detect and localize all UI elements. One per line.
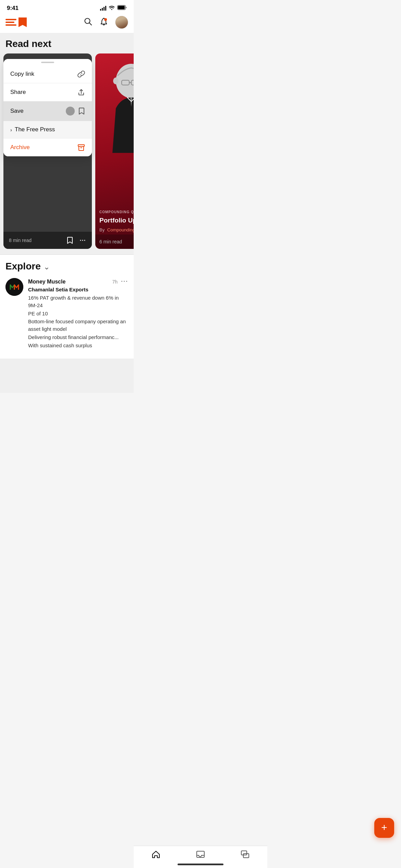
svg-rect-1 xyxy=(118,6,125,9)
bookmark-icon xyxy=(78,107,85,115)
card-right-readtime: 6 min read xyxy=(99,239,122,244)
copy-link-label: Copy link xyxy=(10,71,34,77)
article-item[interactable]: Money Muscle 7h ··· Chamanlal Setia Expo… xyxy=(5,277,128,353)
money-muscle-avatar xyxy=(5,278,23,296)
svg-point-14 xyxy=(113,77,119,84)
app-logo[interactable] xyxy=(5,17,27,27)
card-right-tag: COMPOUNDING QU... xyxy=(99,210,134,214)
signal-icon xyxy=(100,6,106,11)
save-item[interactable]: Save xyxy=(3,101,92,121)
main-scroll: Read next Copy link xyxy=(0,33,134,393)
article-bullets: 16% PAT growth & revenue down 6% in 9M-2… xyxy=(28,294,128,349)
card-bottom-bar: 8 min read xyxy=(3,232,92,249)
search-icon[interactable] xyxy=(84,17,93,27)
svg-point-4 xyxy=(104,18,107,21)
card-right-bottom: 6 min read xyxy=(95,234,134,249)
card-bookmark-icon[interactable] xyxy=(66,237,73,244)
svg-point-7 xyxy=(80,240,81,241)
explore-header: Explore ⌄ xyxy=(5,255,128,277)
notification-icon[interactable] xyxy=(99,17,108,27)
card-right-by: By xyxy=(99,227,105,232)
archive-label: Archive xyxy=(10,144,30,151)
status-icons xyxy=(100,5,127,11)
copy-link-item[interactable]: Copy link xyxy=(3,65,92,83)
share-item[interactable]: Share xyxy=(3,83,92,101)
publisher-item[interactable]: › The Free Press xyxy=(3,121,92,138)
article-bullet-4: Delivering robust financial performanc..… xyxy=(28,334,128,341)
archive-item[interactable]: Archive xyxy=(3,138,92,156)
explore-title: Explore xyxy=(5,261,41,272)
card-right-author: Compounding... xyxy=(107,227,134,232)
article-bullet-1: 16% PAT growth & revenue down 6% in 9M-2… xyxy=(28,294,128,309)
toggle-dot xyxy=(66,107,75,116)
article-bullet-5: With sustained cash surplus xyxy=(28,342,128,349)
status-time: 9:41 xyxy=(7,5,19,12)
card-left: Copy link Share xyxy=(3,53,92,249)
battery-icon xyxy=(117,5,127,11)
share-icon xyxy=(77,88,85,96)
article-meta-row: Money Muscle 7h ··· xyxy=(28,278,128,285)
article-body: Money Muscle 7h ··· Chamanlal Setia Expo… xyxy=(28,278,128,349)
avatar[interactable] xyxy=(115,16,128,29)
app-header xyxy=(0,14,134,33)
card-read-time: 8 min read xyxy=(9,238,32,243)
article-subtitle: Chamanlal Setia Exports xyxy=(28,287,128,292)
card-right[interactable]: COMPOUNDING QU... Portfolio Updat... By … xyxy=(95,53,134,249)
more-menu-icon[interactable]: ··· xyxy=(121,278,128,285)
read-next-section: Read next Copy link xyxy=(0,33,134,254)
svg-rect-5 xyxy=(78,145,84,146)
explore-section: Explore ⌄ Money Muscle 7h xyxy=(0,255,134,359)
share-label: Share xyxy=(10,89,26,96)
cards-row: Copy link Share xyxy=(0,53,134,254)
svg-point-9 xyxy=(84,240,85,241)
article-time: 7h xyxy=(112,279,118,285)
card-right-title: Portfolio Updat... xyxy=(99,217,134,225)
card-right-byline: By Compounding... xyxy=(99,227,134,232)
publisher-label: The Free Press xyxy=(15,126,55,133)
read-next-title: Read next xyxy=(5,38,128,49)
svg-line-3 xyxy=(89,23,92,25)
svg-point-8 xyxy=(82,240,83,241)
article-publisher: Money Muscle xyxy=(28,279,65,285)
status-bar: 9:41 xyxy=(0,0,134,14)
archive-icon xyxy=(77,144,85,151)
save-label: Save xyxy=(10,108,24,114)
chevron-down-icon[interactable]: ⌄ xyxy=(44,263,50,272)
context-menu: Copy link Share xyxy=(3,59,92,156)
article-bullet-3: Bottom-line focused company operating an… xyxy=(28,318,128,333)
article-bullet-2: PE of 10 xyxy=(28,310,128,317)
person-illustration xyxy=(97,57,134,153)
card-more-icon[interactable] xyxy=(79,237,86,244)
wifi-icon xyxy=(109,5,115,11)
chevron-right-icon: › xyxy=(10,127,12,133)
header-actions xyxy=(84,16,128,29)
card-right-content: COMPOUNDING QU... Portfolio Updat... By … xyxy=(99,210,134,232)
link-icon xyxy=(77,70,85,78)
